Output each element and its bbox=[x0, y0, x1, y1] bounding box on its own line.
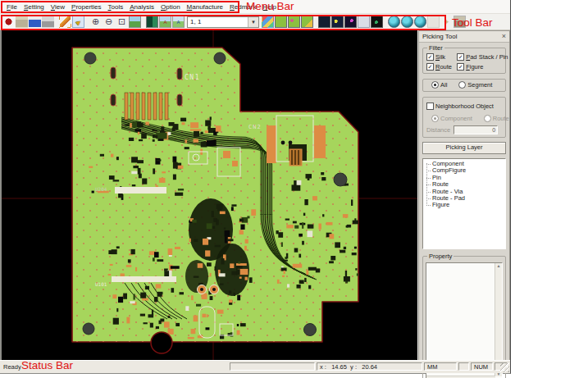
silk-label-u204: U204 bbox=[95, 186, 107, 192]
layer-combo[interactable]: 1, 1 ▼ bbox=[187, 16, 259, 28]
picking-layer-button[interactable]: Picking Layer bbox=[422, 142, 506, 154]
pcb-canvas[interactable]: CN1 CN2 U204 U101 bbox=[0, 30, 417, 361]
status-coordinates: x : 14.65 y : 20.64 bbox=[317, 362, 422, 371]
layer-dark-2-icon[interactable] bbox=[331, 16, 344, 28]
layer-dark-3-icon[interactable] bbox=[344, 16, 357, 28]
image-bluemark-icon[interactable]: A bbox=[172, 16, 185, 28]
layer-combo-value: 1, 1 bbox=[188, 18, 248, 25]
neighborhood-group: Neighborhood Object Component Route Dist… bbox=[422, 97, 506, 138]
refresh-1-icon[interactable] bbox=[388, 16, 400, 28]
board-component-view-icon[interactable] bbox=[288, 16, 300, 28]
highlight-icon[interactable]: ✦ bbox=[440, 16, 453, 28]
open-folder-icon[interactable] bbox=[16, 16, 28, 28]
menu-properties[interactable]: Properties bbox=[68, 2, 104, 12]
tool-bar-annotation-label: Tool Bar bbox=[452, 16, 493, 29]
menu-manufacture[interactable]: Manufacture bbox=[184, 2, 226, 12]
list-item[interactable]: Figure bbox=[425, 202, 505, 208]
layer-dark-1-icon[interactable] bbox=[318, 16, 330, 28]
menu-view[interactable]: View bbox=[48, 2, 68, 12]
status-empty-1 bbox=[230, 362, 315, 371]
menu-analysis[interactable]: Analysis bbox=[126, 2, 157, 12]
resize-grip[interactable] bbox=[500, 363, 509, 372]
app-window: File Setting View Properties Tools Analy… bbox=[0, 0, 511, 374]
property-legend: Property bbox=[427, 253, 454, 260]
radio-icon bbox=[431, 81, 439, 89]
refresh-3-icon[interactable] bbox=[414, 16, 426, 28]
radio-segment[interactable]: Segment bbox=[458, 81, 492, 89]
close-icon[interactable]: × bbox=[502, 33, 506, 40]
radio-all[interactable]: All bbox=[431, 81, 447, 89]
pencil-icon[interactable] bbox=[59, 16, 71, 28]
layer-dark-4-icon[interactable] bbox=[371, 16, 383, 28]
distance-field: 0 bbox=[454, 125, 498, 134]
checkbox-icon: ✓ bbox=[426, 53, 434, 61]
radio-icon bbox=[458, 81, 466, 89]
print-icon[interactable] bbox=[42, 16, 54, 28]
app-icon[interactable] bbox=[2, 16, 15, 28]
blank-icon bbox=[427, 16, 440, 28]
checkbox-icon: ✓ bbox=[426, 63, 434, 71]
refresh-2-icon[interactable] bbox=[401, 16, 413, 28]
save-icon[interactable] bbox=[29, 16, 41, 28]
status-units: MM bbox=[424, 362, 457, 371]
radio-component-disabled: Component bbox=[431, 115, 472, 122]
checkbox-icon bbox=[426, 102, 434, 110]
picking-tool-title: Picking Tool bbox=[422, 31, 458, 42]
picking-tool-panel: Picking Tool × Filter ✓Silk ✓Pad Stack /… bbox=[418, 30, 510, 361]
zoom-fit-icon[interactable] bbox=[129, 16, 141, 28]
checkbox-neighborhood-object[interactable]: Neighborhood Object bbox=[426, 102, 494, 110]
zoom-window-icon[interactable]: ⊡ bbox=[116, 16, 128, 28]
object-type-list[interactable]: Component CompFigure Pin Route Route - V… bbox=[422, 158, 506, 249]
chevron-down-icon[interactable]: ▼ bbox=[248, 17, 258, 27]
checkbox-silk[interactable]: ✓Silk bbox=[426, 53, 457, 61]
menu-setting[interactable]: Setting bbox=[21, 2, 48, 12]
cursor-glyph: ► bbox=[73, 16, 84, 27]
distance-label: Distance bbox=[426, 126, 450, 134]
status-num-lock: NUM bbox=[471, 362, 493, 371]
status-bar-annotation-label: Status Bar bbox=[21, 359, 73, 371]
design-color-icon[interactable] bbox=[262, 16, 274, 28]
board-top-view-icon[interactable] bbox=[275, 16, 287, 28]
zoom-in-icon[interactable]: ⊕ bbox=[89, 16, 102, 28]
status-empty-2 bbox=[458, 362, 469, 371]
figure-stage: File Setting View Properties Tools Analy… bbox=[0, 0, 588, 378]
pcb-drawing: CN1 CN2 U204 U101 bbox=[2, 30, 417, 361]
zoom-out-icon[interactable]: ⊖ bbox=[103, 16, 115, 28]
select-arrow-icon[interactable]: ► bbox=[72, 16, 84, 28]
main-area: CN1 CN2 U204 U101 Picking Tool × Filter … bbox=[0, 30, 510, 361]
filter-group: Filter ✓Silk ✓Pad Stack / Pin ✓Route ✓Fi… bbox=[422, 48, 506, 74]
image-redmark-icon[interactable]: A bbox=[159, 16, 171, 28]
scroll-up-icon[interactable]: ▲ bbox=[497, 263, 501, 268]
silk-label-u101: U101 bbox=[95, 281, 107, 287]
status-bar: Ready x : 14.65 y : 20.64 MM NUM bbox=[0, 360, 510, 373]
checkbox-figure[interactable]: ✓Figure bbox=[457, 63, 503, 71]
layer-panel-icon[interactable] bbox=[146, 16, 158, 28]
tool-bar: ► ⊕ ⊖ ⊡ A A 1, 1 ▼ bbox=[0, 14, 510, 30]
picking-tool-titlebar: Picking Tool × bbox=[419, 31, 509, 43]
checkbox-pad-stack-pin[interactable]: ✓Pad Stack / Pin bbox=[457, 53, 503, 61]
radio-route-disabled: Route bbox=[484, 115, 509, 122]
menu-bar-annotation-label: Menu Bar bbox=[246, 0, 294, 12]
silk-label-cn1: CN1 bbox=[185, 74, 200, 81]
board-notch bbox=[151, 332, 172, 353]
checkbox-icon: ✓ bbox=[457, 53, 464, 61]
menu-option[interactable]: Option bbox=[157, 2, 184, 12]
checkbox-route[interactable]: ✓Route bbox=[426, 63, 457, 71]
scope-group: All Segment bbox=[422, 79, 506, 92]
board-pick-view-icon[interactable] bbox=[301, 16, 313, 28]
menu-file[interactable]: File bbox=[3, 2, 21, 12]
silk-label-cn2: CN2 bbox=[248, 124, 262, 130]
status-ready: Ready bbox=[3, 363, 21, 371]
checkbox-icon: ✓ bbox=[457, 63, 464, 71]
menu-tools[interactable]: Tools bbox=[105, 2, 127, 12]
filter-legend: Filter bbox=[427, 44, 444, 52]
layer-light-icon[interactable] bbox=[358, 16, 370, 28]
